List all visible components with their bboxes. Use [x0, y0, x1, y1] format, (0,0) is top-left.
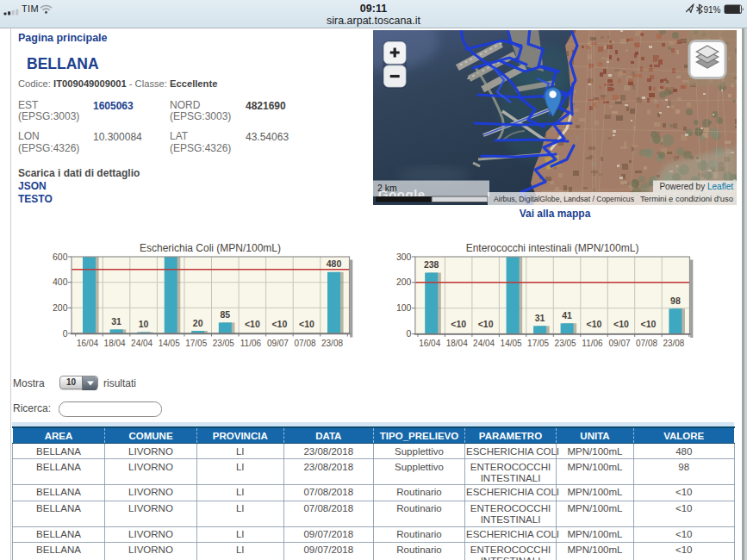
svg-text:09/07: 09/07 — [608, 339, 630, 348]
svg-text:<10: <10 — [587, 319, 602, 329]
svg-text:07/08: 07/08 — [294, 339, 315, 348]
svg-text:85: 85 — [220, 309, 230, 320]
svg-text:Termini e condizioni d'uso: Termini e condizioni d'uso — [640, 194, 733, 203]
svg-text:16/04: 16/04 — [77, 339, 98, 348]
svg-text:11/06: 11/06 — [582, 339, 603, 348]
svg-text:98: 98 — [670, 296, 681, 306]
svg-text:17/05: 17/05 — [527, 339, 549, 348]
svg-text:20: 20 — [193, 318, 203, 328]
svg-text:400: 400 — [53, 277, 68, 287]
svg-text:17/05: 17/05 — [185, 339, 207, 348]
svg-text:0: 0 — [63, 328, 68, 339]
svg-text:23/08: 23/08 — [663, 339, 684, 348]
svg-text:<10: <10 — [271, 319, 287, 329]
svg-text:23/05: 23/05 — [555, 339, 576, 348]
svg-text:0: 0 — [407, 328, 412, 339]
svg-text:<10: <10 — [613, 319, 629, 329]
svg-text:31: 31 — [111, 316, 121, 327]
svg-text:91%: 91% — [704, 5, 721, 15]
svg-text:23/05: 23/05 — [213, 339, 234, 348]
svg-text:23/08: 23/08 — [321, 339, 343, 348]
svg-text:<10: <10 — [478, 319, 494, 329]
svg-text:18/04: 18/04 — [104, 339, 126, 348]
svg-text:14/05: 14/05 — [501, 339, 522, 348]
svg-text:10: 10 — [139, 319, 149, 329]
svg-text:18/04: 18/04 — [446, 339, 468, 348]
svg-text:<10: <10 — [299, 319, 314, 329]
svg-text:238: 238 — [424, 259, 439, 270]
svg-text:24/04: 24/04 — [131, 339, 153, 348]
svg-text:Escherichia Coli (MPN/100mL): Escherichia Coli (MPN/100mL) — [140, 242, 281, 254]
svg-text:09/07: 09/07 — [267, 339, 289, 348]
svg-text:14/05: 14/05 — [159, 339, 180, 348]
svg-text:600: 600 — [53, 252, 68, 262]
svg-text:2 km: 2 km — [377, 183, 397, 193]
svg-text:<10: <10 — [245, 319, 260, 329]
svg-text:11/06: 11/06 — [240, 339, 262, 348]
svg-text:300: 300 — [396, 252, 412, 262]
svg-text:Airbus, DigitalGlobe, Landsat: Airbus, DigitalGlobe, Landsat / Copernic… — [494, 194, 634, 203]
svg-text:<10: <10 — [641, 319, 657, 329]
svg-text:16/04: 16/04 — [419, 339, 440, 348]
svg-text:480: 480 — [327, 258, 342, 269]
svg-text:41: 41 — [562, 310, 572, 320]
svg-text:Enterococchi intestinali (MPN/: Enterococchi intestinali (MPN/100mL) — [466, 242, 639, 254]
svg-text:Powered by Leaflet: Powered by Leaflet — [659, 182, 733, 191]
svg-text:200: 200 — [53, 302, 68, 313]
svg-text:31: 31 — [535, 313, 545, 323]
svg-text:07/08: 07/08 — [636, 339, 657, 348]
svg-text:24/04: 24/04 — [473, 339, 495, 348]
svg-text:100: 100 — [396, 302, 412, 313]
svg-text:200: 200 — [396, 277, 412, 287]
svg-text:<10: <10 — [451, 319, 466, 329]
